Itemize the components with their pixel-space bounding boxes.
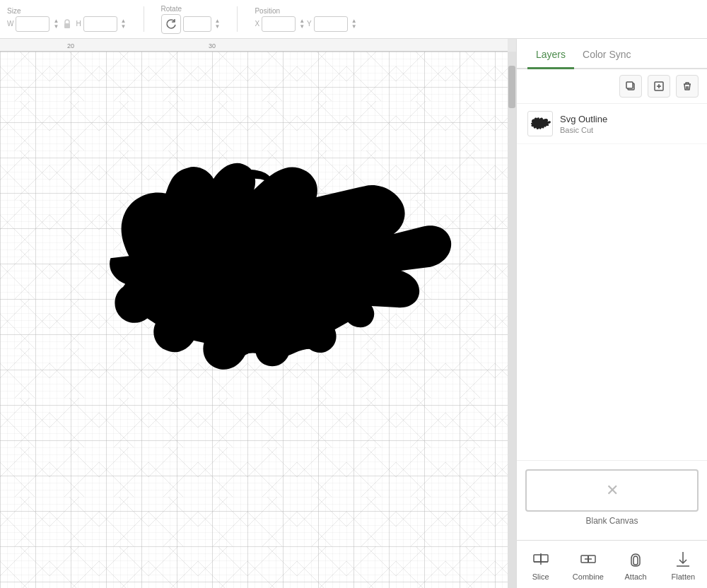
flatten-label: Flatten [672, 572, 696, 581]
h-label: H [76, 20, 81, 28]
attach-tool[interactable]: Attach [617, 548, 655, 581]
attach-label: Attach [625, 572, 647, 581]
main-area: 20 30 [0, 39, 707, 588]
attach-icon [624, 548, 647, 570]
panel-toolbar [517, 69, 707, 104]
x-input[interactable] [262, 16, 296, 32]
panel-bottom-toolbar: Slice Combine [517, 540, 707, 588]
slice-icon [530, 548, 552, 570]
blank-canvas-label: Blank Canvas [525, 516, 699, 526]
ruler-mark-30: 30 [209, 42, 216, 49]
divider-2 [237, 6, 238, 32]
height-input[interactable] [83, 16, 117, 32]
design-svg[interactable] [85, 122, 452, 419]
svg-rect-17 [541, 555, 548, 562]
y-label: Y [307, 20, 312, 28]
y-input[interactable] [314, 16, 348, 32]
layer-type: Basic Cut [560, 126, 607, 134]
layer-item[interactable]: Svg Outline Basic Cut [517, 104, 707, 144]
top-toolbar: Size W ▲▼ H ▲▼ Rotate [0, 0, 707, 39]
width-input[interactable] [16, 16, 49, 32]
position-label: Position [255, 7, 280, 15]
width-spinner[interactable]: ▲▼ [53, 18, 59, 30]
lock-icon [61, 18, 74, 30]
blank-canvas-x-mark: ✕ [606, 481, 619, 500]
rotate-spinner[interactable]: ▲▼ [215, 18, 221, 30]
w-label: W [7, 20, 13, 28]
duplicate-button[interactable] [619, 75, 642, 98]
rotate-button[interactable] [161, 14, 181, 34]
right-panel: Layers Color Sync [516, 39, 707, 588]
flatten-icon [672, 548, 694, 570]
svg-rect-12 [626, 82, 633, 88]
blank-canvas-preview[interactable]: ✕ [525, 469, 699, 512]
x-spinner[interactable]: ▲▼ [299, 18, 305, 30]
svg-rect-16 [534, 555, 541, 562]
divider-1 [144, 6, 144, 32]
combine-label: Combine [573, 572, 604, 581]
panel-spacer [517, 144, 707, 460]
ruler-horizontal: 20 30 [0, 39, 508, 52]
rotate-input[interactable] [183, 16, 211, 32]
tab-colorsync[interactable]: Color Sync [574, 39, 639, 69]
tab-layers[interactable]: Layers [527, 39, 574, 69]
size-group: Size W ▲▼ H ▲▼ [7, 7, 127, 32]
ruler-mark-20: 20 [67, 42, 74, 49]
delete-layer-button[interactable] [676, 75, 699, 98]
add-layer-button[interactable] [648, 75, 670, 98]
slice-tool[interactable]: Slice [521, 548, 560, 581]
layer-thumbnail [527, 111, 553, 136]
slice-label: Slice [532, 572, 549, 581]
position-group: Position X ▲▼ Y ▲▼ [255, 7, 356, 32]
combine-tool[interactable]: Combine [568, 548, 607, 581]
svg-rect-0 [64, 23, 70, 28]
position-inputs: X ▲▼ Y ▲▼ [255, 16, 356, 32]
layer-name: Svg Outline [560, 114, 607, 124]
blank-canvas-section: ✕ Blank Canvas [517, 460, 707, 534]
canvas-grid[interactable] [0, 52, 508, 588]
x-label: X [255, 20, 259, 28]
layer-info: Svg Outline Basic Cut [560, 114, 607, 134]
scrollbar-vertical[interactable] [508, 52, 516, 588]
flatten-tool[interactable]: Flatten [664, 548, 703, 581]
rotate-inputs: ▲▼ [161, 14, 221, 34]
rotate-label: Rotate [161, 5, 182, 13]
height-spinner[interactable]: ▲▼ [121, 18, 127, 30]
panel-tabs: Layers Color Sync [517, 39, 707, 69]
canvas-area[interactable]: 20 30 [0, 39, 516, 588]
size-inputs: W ▲▼ H ▲▼ [7, 16, 127, 32]
rotate-group: Rotate ▲▼ [161, 5, 221, 34]
y-spinner[interactable]: ▲▼ [351, 18, 357, 30]
size-label: Size [7, 7, 21, 15]
combine-icon [577, 548, 600, 570]
scrollbar-thumb[interactable] [508, 66, 515, 108]
